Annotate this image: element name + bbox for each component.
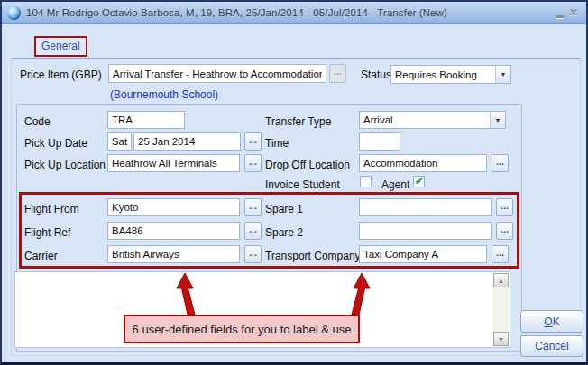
flight-from-input[interactable] xyxy=(107,198,240,216)
flight-ref-browse-button[interactable]: ... xyxy=(244,222,262,240)
carrier-input[interactable] xyxy=(107,245,240,263)
scroll-up-icon: ▲ xyxy=(498,278,504,284)
check-icon: ✔ xyxy=(415,177,423,187)
scroll-down-button[interactable]: ▼ xyxy=(493,332,509,346)
drop-off-location-browse-button[interactable]: ... xyxy=(492,154,509,172)
spare-2-label: Spare 2 xyxy=(265,226,303,239)
status-value: Requires Booking xyxy=(391,69,495,80)
spare-1-label: Spare 1 xyxy=(265,203,303,215)
invoice-student-checkbox[interactable] xyxy=(360,176,372,187)
drop-off-location-label: Drop Off Location xyxy=(265,159,350,171)
title-bar: 104 Mr Rodrigo Octavio Barbosa, M, 19, B… xyxy=(2,2,586,24)
flight-from-label: Flight From xyxy=(24,203,79,215)
pick-up-location-input[interactable] xyxy=(107,154,240,172)
code-label: Code xyxy=(24,115,51,128)
pick-up-day-box: Sat xyxy=(107,132,132,151)
ok-button-label: OK xyxy=(544,315,559,328)
annotation-callout: 6 user-defined fields for you to label &… xyxy=(124,315,360,343)
transfer-dialog-window: 104 Mr Rodrigo Octavio Barbosa, M, 19, B… xyxy=(0,0,588,365)
agent-checkbox[interactable]: ✔ xyxy=(413,176,425,187)
flight-ref-input[interactable] xyxy=(107,222,240,240)
flight-ref-label: Flight Ref xyxy=(24,226,70,239)
transport-company-label: Transport Company xyxy=(265,250,361,262)
tab-general[interactable]: General xyxy=(41,40,80,52)
price-item-label: Price Item (GBP) xyxy=(20,68,102,81)
drop-off-location-input[interactable] xyxy=(359,154,487,172)
transfer-type-value: Arrival xyxy=(360,114,490,125)
time-input[interactable] xyxy=(359,132,400,151)
ok-button[interactable]: OK xyxy=(520,310,583,333)
price-item-browse-button[interactable]: ... xyxy=(329,64,346,83)
carrier-browse-button[interactable]: ... xyxy=(244,245,262,263)
app-globe-icon xyxy=(7,6,21,20)
window-title: 104 Mr Rodrigo Octavio Barbosa, M, 19, B… xyxy=(26,7,552,18)
flight-from-browse-button[interactable]: ... xyxy=(244,198,262,216)
pick-up-location-browse-button[interactable]: ... xyxy=(244,154,262,172)
scroll-down-icon: ▼ xyxy=(498,336,504,342)
tab-highlight-box: General xyxy=(34,36,87,57)
pick-up-location-label: Pick Up Location xyxy=(24,159,106,171)
spare-1-input[interactable] xyxy=(359,198,492,216)
transfer-type-dropdown[interactable]: Arrival ▼ xyxy=(359,111,506,129)
cancel-button-label: Cancel xyxy=(535,340,568,352)
agent-label: Agent xyxy=(381,178,409,191)
transport-company-input[interactable] xyxy=(359,245,487,263)
minimize-button[interactable] xyxy=(552,5,566,20)
close-icon: ✕ xyxy=(569,6,578,19)
code-input[interactable] xyxy=(107,111,185,129)
spare-2-browse-button[interactable]: ... xyxy=(496,222,513,240)
status-dropdown[interactable]: Requires Booking ▼ xyxy=(390,65,511,84)
spare-1-browse-button[interactable]: ... xyxy=(496,198,513,216)
scroll-up-button[interactable]: ▲ xyxy=(493,273,509,287)
close-button[interactable]: ✕ xyxy=(566,5,581,20)
cancel-button[interactable]: Cancel xyxy=(520,335,583,357)
price-item-input[interactable] xyxy=(108,64,326,83)
price-item-sub-label: (Bournemouth School) xyxy=(110,88,218,101)
pick-up-date-input[interactable] xyxy=(133,132,241,151)
status-label: Status xyxy=(361,68,391,81)
pick-up-date-label: Pick Up Date xyxy=(24,137,87,150)
vertical-scrollbar[interactable]: ▲ ▼ xyxy=(493,273,509,346)
status-dropdown-arrow-icon[interactable]: ▼ xyxy=(495,66,510,83)
carrier-label: Carrier xyxy=(24,250,58,262)
spare-2-input[interactable] xyxy=(359,222,492,240)
pick-up-date-browse-button[interactable]: ... xyxy=(244,132,262,151)
transport-company-browse-button[interactable]: ... xyxy=(492,245,509,263)
time-label: Time xyxy=(265,137,289,150)
invoice-student-label: Invoice Student xyxy=(265,178,340,191)
minimize-icon xyxy=(556,15,564,18)
transfer-type-label: Transfer Type xyxy=(265,115,331,128)
transfer-type-dropdown-arrow-icon[interactable]: ▼ xyxy=(490,112,505,128)
